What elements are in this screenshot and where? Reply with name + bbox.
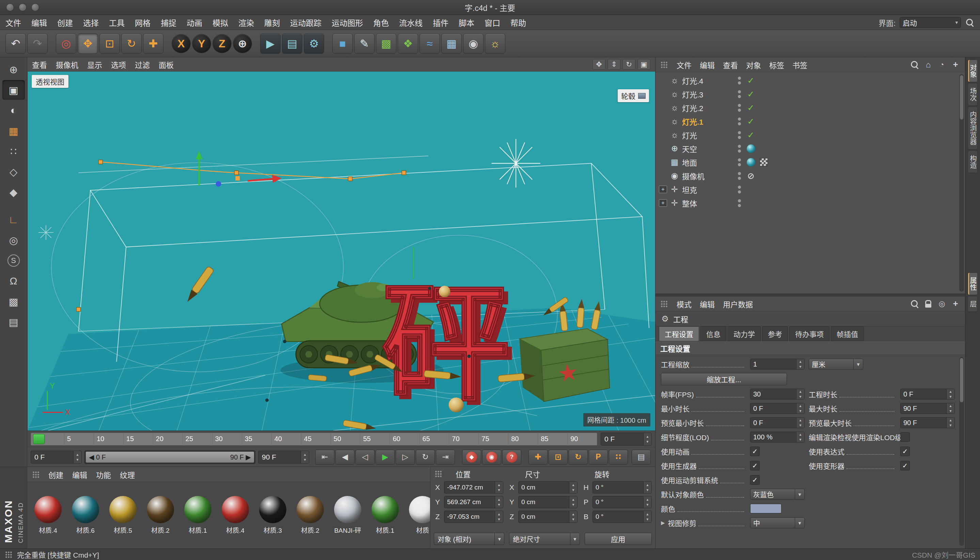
stepper-arrows[interactable] (73, 451, 82, 463)
material-menu-item[interactable]: 纹理 (120, 469, 135, 480)
attribute-tab[interactable]: 工程设置 (659, 326, 699, 341)
attribute-scrollbar[interactable] (959, 357, 964, 546)
view-clipping-dropdown[interactable]: 中 (750, 517, 805, 528)
deformers-button[interactable]: ≈ (419, 33, 440, 54)
panel-tab[interactable]: 构造 (968, 150, 978, 173)
unit-dropdown[interactable]: 厘米 (809, 359, 863, 370)
menu-item[interactable]: 运动跟踪 (290, 17, 321, 28)
step-forward-button[interactable]: ▷ (396, 450, 415, 465)
scrollbar-thumb[interactable] (960, 358, 963, 402)
viewport-menu-item[interactable]: 过滤 (135, 59, 150, 70)
stepper-arrows[interactable] (796, 389, 804, 399)
material-tile[interactable]: 材质.2 (293, 496, 328, 535)
object-row[interactable]: 天空 (656, 142, 965, 155)
object-name[interactable]: 灯光.2 (682, 102, 733, 113)
lights-button[interactable]: ☼ (485, 33, 505, 54)
object-name[interactable]: 灯光 (682, 130, 733, 140)
stepper-arrows[interactable] (796, 432, 804, 442)
separator[interactable] (326, 33, 331, 54)
expand-icon[interactable] (659, 104, 667, 112)
visibility-dots[interactable] (735, 104, 743, 112)
position-field[interactable]: -947.072 cm (444, 481, 503, 493)
object-tag[interactable] (758, 158, 769, 166)
coord-mode-dropdown[interactable]: 对象 (相对) (434, 533, 504, 545)
undo-button[interactable]: ↶ (5, 33, 26, 54)
expand-icon[interactable] (659, 186, 667, 193)
material-menu-item[interactable]: 创建 (48, 469, 63, 480)
value-field[interactable]: 30 (750, 389, 805, 400)
menu-item[interactable]: 模拟 (213, 17, 228, 28)
object-menu-item[interactable]: 查看 (723, 59, 738, 70)
scale-tool[interactable]: ⊡ (100, 33, 120, 54)
stepper-arrows[interactable] (495, 496, 503, 508)
key-scale-toggle[interactable]: ⊡ (549, 450, 567, 465)
material-tile[interactable]: BANJI-砰 (330, 496, 365, 535)
visibility-dots[interactable] (735, 77, 743, 85)
material-tile[interactable]: 材质.5 (106, 496, 140, 535)
stepper-arrows[interactable] (946, 403, 955, 413)
visibility-dots[interactable] (735, 186, 743, 193)
object-menu-item[interactable]: 标签 (769, 59, 784, 70)
object-scrollbar[interactable] (959, 74, 964, 292)
goto-end-button[interactable]: ⇥ (436, 450, 455, 465)
search-icon[interactable] (910, 299, 919, 308)
panel-tab[interactable]: 场次 (968, 83, 978, 106)
record-keyframe-button[interactable]: ◆ (462, 450, 481, 465)
current-frame-field[interactable]: 0 F (601, 433, 652, 445)
checkbox[interactable] (750, 475, 760, 485)
timeline-playhead[interactable] (33, 434, 45, 444)
viewport-3d[interactable]: 砰 砰 ★ (27, 72, 655, 430)
expand-icon[interactable] (659, 90, 667, 98)
attribute-menu-item[interactable]: 模式 (677, 298, 692, 309)
environment-button[interactable]: ▦ (441, 33, 462, 54)
object-name[interactable]: 地面 (682, 157, 733, 168)
render-settings-button[interactable]: ⚙ (304, 33, 324, 54)
play-button[interactable]: ▶ (376, 450, 395, 465)
object-name[interactable]: 摄像机 (682, 170, 733, 181)
object-row[interactable]: 摄像机 (656, 169, 965, 183)
project-scale-field[interactable]: 1 (750, 359, 805, 370)
scrollbar-thumb[interactable] (960, 75, 963, 120)
value-field[interactable]: 0 F (750, 403, 805, 414)
separator[interactable] (165, 33, 170, 54)
stepper-arrows[interactable] (643, 511, 651, 523)
lod-checkbox[interactable] (900, 432, 910, 442)
lod-field[interactable]: 100 % (750, 432, 805, 442)
last-used-tool[interactable]: ✚ (143, 33, 163, 54)
color-swatch[interactable] (750, 504, 782, 513)
menu-item[interactable]: 窗口 (484, 17, 500, 28)
scale-project-button[interactable]: 缩放工程... (661, 373, 787, 385)
size-field[interactable]: 0 cm (518, 481, 577, 493)
key-parameter-toggle[interactable]: P (589, 450, 608, 465)
position-field[interactable]: 569.267 cm (444, 496, 503, 508)
expand-icon[interactable] (659, 77, 667, 84)
add-icon[interactable] (951, 299, 960, 308)
object-menu-item[interactable]: 书签 (792, 59, 807, 70)
generators-button[interactable]: ▩ (376, 33, 396, 54)
object-row[interactable]: 坦克 (656, 183, 965, 196)
search-icon[interactable] (910, 60, 919, 70)
object-row[interactable]: 灯光.1 (656, 115, 965, 128)
separator[interactable] (253, 33, 259, 54)
position-field[interactable]: -97.053 cm (444, 511, 503, 523)
stepper-arrows[interactable] (569, 496, 577, 508)
range-end-field[interactable]: 90 F (258, 451, 309, 463)
make-editable-button[interactable]: ⊕ (2, 60, 25, 79)
viewport-menu-item[interactable]: 选项 (111, 59, 126, 70)
material-tile[interactable]: 材质.3 (255, 496, 290, 535)
expand-icon[interactable] (659, 172, 667, 180)
object-name[interactable]: 灯光.1 (682, 116, 733, 127)
key-pla-toggle[interactable]: ∷ (609, 450, 628, 465)
key-rotation-toggle[interactable]: ↻ (569, 450, 588, 465)
snap-settings-button[interactable]: S (2, 251, 25, 270)
attribute-menu-item[interactable]: 用户数据 (723, 298, 753, 309)
stepper-arrows[interactable] (796, 403, 804, 413)
lock-y-axis-button[interactable]: Y (192, 34, 211, 53)
default-color-dropdown[interactable]: 灰蓝色 (750, 489, 805, 500)
object-row[interactable]: 灯光.3 (656, 87, 965, 101)
attribute-tab[interactable]: 信息 (700, 326, 726, 341)
redo-button[interactable]: ↷ (27, 33, 48, 54)
value-field[interactable]: 0 F (750, 417, 805, 428)
material-tile[interactable]: 材质.6 (68, 496, 103, 535)
material-tile[interactable]: 材质 (405, 496, 430, 535)
